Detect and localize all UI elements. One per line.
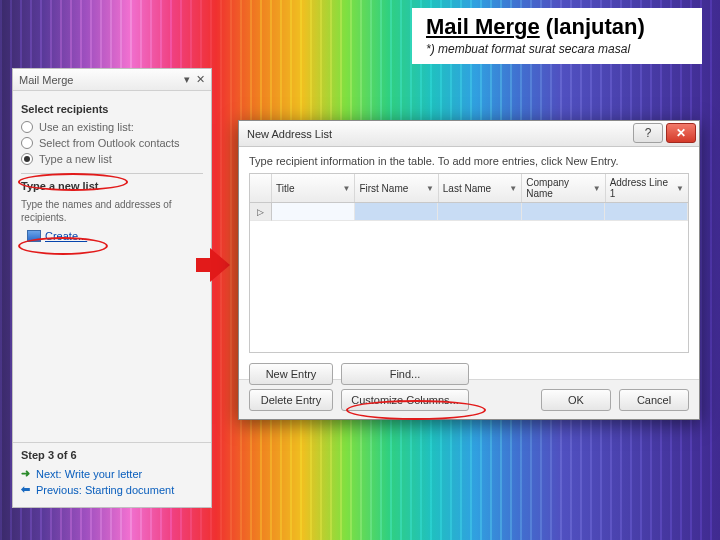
taskpane-footer: Step 3 of 6 ➜ Next: Write your letter ⬅ …: [13, 442, 211, 507]
slide-title-main: Mail Merge: [426, 14, 540, 39]
taskpane-dropdown-icon[interactable]: ▾: [184, 73, 190, 86]
cell[interactable]: [605, 203, 688, 221]
col-title[interactable]: Title▼: [272, 174, 355, 202]
arrow-right-icon: ➜: [21, 467, 30, 480]
new-entry-button[interactable]: New Entry: [249, 363, 333, 385]
mailmerge-taskpane: Mail Merge ▾ ✕ Select recipients Use an …: [12, 68, 212, 508]
prev-step-label: Previous: Starting document: [36, 484, 174, 496]
radio-outlook[interactable]: Select from Outlook contacts: [21, 137, 203, 149]
create-link-label: Create...: [45, 230, 87, 242]
cell[interactable]: [522, 203, 605, 221]
slide-subtitle: *) membuat format surat secara masal: [426, 42, 688, 56]
chevron-down-icon[interactable]: ▼: [593, 184, 601, 193]
next-step-link[interactable]: ➜ Next: Write your letter: [21, 467, 203, 480]
section-type-new: Type a new list: [21, 180, 203, 192]
col-company[interactable]: Company Name▼: [522, 174, 605, 202]
col-firstname[interactable]: First Name▼: [355, 174, 438, 202]
radio-type-new[interactable]: Type a new list: [21, 153, 203, 165]
cell[interactable]: [438, 203, 521, 221]
taskpane-title: Mail Merge: [19, 74, 73, 86]
radio-use-existing[interactable]: Use an existing list:: [21, 121, 203, 133]
type-new-instruction: Type the names and addresses of recipien…: [21, 198, 203, 224]
dialog-instruction: Type recipient information in the table.…: [249, 155, 689, 167]
radio-outlook-label: Select from Outlook contacts: [39, 137, 180, 149]
new-address-list-dialog: New Address List ? ✕ Type recipient info…: [238, 120, 700, 420]
taskpane-header: Mail Merge ▾ ✕: [13, 69, 211, 91]
slide-title-suffix: (lanjutan): [546, 14, 645, 39]
section-select-recipients: Select recipients: [21, 103, 203, 115]
next-step-label: Next: Write your letter: [36, 468, 142, 480]
radio-type-new-label: Type a new list: [39, 153, 112, 165]
divider: [21, 173, 203, 174]
slide-title: Mail Merge (lanjutan): [426, 14, 688, 40]
radio-use-existing-label: Use an existing list:: [39, 121, 134, 133]
create-link[interactable]: Create...: [27, 230, 87, 242]
row-selector[interactable]: ▷: [250, 203, 272, 221]
close-icon[interactable]: ✕: [196, 73, 205, 86]
find-button[interactable]: Find...: [341, 363, 469, 385]
delete-entry-button[interactable]: Delete Entry: [249, 389, 333, 411]
customize-columns-button[interactable]: Customize Columns...: [341, 389, 469, 411]
radio-icon: [21, 137, 33, 149]
create-icon: [27, 230, 41, 242]
chevron-down-icon[interactable]: ▼: [676, 184, 684, 193]
dialog-titlebar: New Address List ? ✕: [239, 121, 699, 147]
col-address1[interactable]: Address Line 1▼: [606, 174, 688, 202]
arrow-left-icon: ⬅: [21, 483, 30, 496]
cell[interactable]: [355, 203, 438, 221]
ok-button[interactable]: OK: [541, 389, 611, 411]
step-indicator: Step 3 of 6: [21, 449, 203, 461]
help-button[interactable]: ?: [633, 123, 663, 143]
cell[interactable]: [272, 203, 355, 221]
radio-icon: [21, 153, 33, 165]
chevron-down-icon[interactable]: ▼: [509, 184, 517, 193]
grid-corner: [250, 174, 272, 202]
col-lastname[interactable]: Last Name▼: [439, 174, 522, 202]
chevron-down-icon[interactable]: ▼: [342, 184, 350, 193]
dialog-title: New Address List: [247, 128, 332, 140]
slide-header: Mail Merge (lanjutan) *) membuat format …: [412, 8, 702, 64]
grid-header: Title▼ First Name▼ Last Name▼ Company Na…: [250, 174, 688, 203]
address-grid[interactable]: Title▼ First Name▼ Last Name▼ Company Na…: [249, 173, 689, 353]
table-row[interactable]: ▷: [250, 203, 688, 221]
cancel-button[interactable]: Cancel: [619, 389, 689, 411]
prev-step-link[interactable]: ⬅ Previous: Starting document: [21, 483, 203, 496]
chevron-down-icon[interactable]: ▼: [426, 184, 434, 193]
radio-icon: [21, 121, 33, 133]
close-button[interactable]: ✕: [666, 123, 696, 143]
